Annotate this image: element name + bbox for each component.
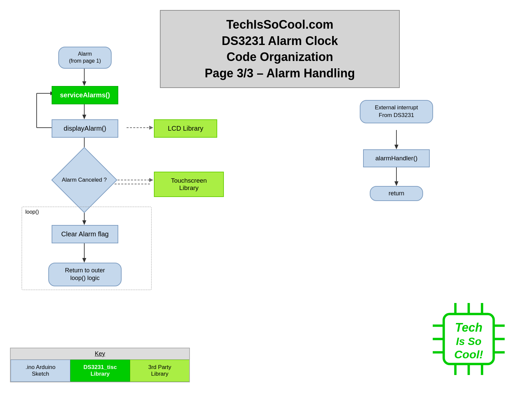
display-alarm-node: displayAlarm() [52,119,118,138]
svg-marker-7 [149,126,153,130]
svg-marker-3 [82,115,86,119]
alarm-handler-node: alarmHandler() [363,149,430,167]
key-header: Key [11,348,189,360]
svg-marker-1 [82,81,86,86]
svg-marker-9 [149,178,153,182]
clear-alarm-flag-node: Clear Alarm flag [52,225,118,243]
key-col1: .ino Arduino Sketch [11,360,70,382]
svg-text:Cool!: Cool! [454,348,483,361]
svg-text:Tech: Tech [455,321,483,334]
svg-marker-21 [394,145,398,149]
title-box: TechIsSoCool.com DS3231 Alarm Clock Code… [160,10,400,88]
title-text: TechIsSoCool.com DS3231 Alarm Clock Code… [169,17,391,81]
loop-label: loop() [25,209,39,215]
key-col3: 3rd Party Library [130,360,189,382]
return-node: return [370,186,423,201]
tisc-logo: Tech Is So Cool! [425,296,512,382]
key-table: Key .ino Arduino Sketch DS3231_tisc Libr… [10,348,190,382]
service-alarms-node: serviceAlarms() [52,86,118,104]
lcd-library-node: LCD Library [154,119,217,138]
key-col2: DS3231_tisc Library [70,360,130,382]
external-interrupt-node: External interrupt From DS3231 [360,100,433,123]
alarm-canceled-diamond: Alarm Canceled ? [61,157,108,203]
return-outer-loop-node: Return to outer loop() logic [48,263,122,286]
svg-marker-23 [394,181,398,186]
key-row: .ino Arduino Sketch DS3231_tisc Library … [11,360,189,382]
touchscreen-library-node: Touchscreen Library [154,172,224,197]
alarm-start-node: Alarm (from page 1) [58,47,112,69]
svg-text:Is So: Is So [456,335,481,347]
